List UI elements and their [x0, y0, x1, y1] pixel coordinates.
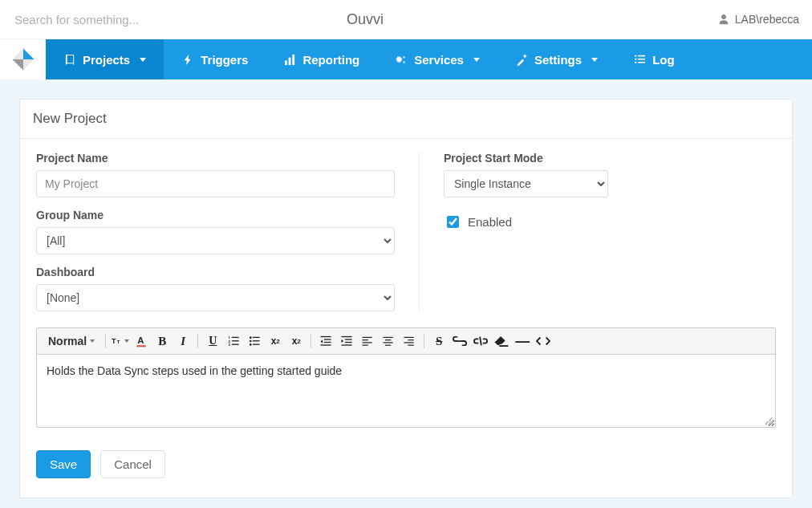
svg-rect-14 [638, 61, 645, 63]
chevron-down-icon [124, 339, 129, 343]
start-mode-select[interactable]: Single Instance [444, 170, 608, 197]
svg-rect-22 [232, 340, 239, 341]
svg-rect-55 [499, 345, 508, 347]
svg-rect-33 [324, 339, 331, 339]
align-left-button[interactable] [359, 332, 376, 350]
svg-rect-13 [635, 61, 636, 63]
chevron-down-icon [140, 58, 146, 62]
svg-text:T: T [117, 339, 120, 344]
project-name-input[interactable] [36, 170, 395, 197]
outdent-button[interactable] [317, 332, 335, 350]
svg-text:T: T [112, 337, 116, 345]
top-bar: Ouvvi LAB\rebecca [0, 0, 812, 39]
enabled-label: Enabled [468, 215, 512, 229]
svg-point-29 [250, 343, 252, 346]
svg-rect-43 [363, 342, 372, 343]
cogs-icon [395, 53, 408, 66]
bolt-icon [181, 53, 194, 66]
nav-label: Projects [83, 53, 130, 67]
link-button[interactable] [451, 332, 469, 350]
italic-button[interactable]: I [174, 332, 192, 350]
dashboard-label: Dashboard [36, 266, 395, 278]
new-project-card: New Project Project Name Group Name [All… [19, 99, 793, 498]
bold-button[interactable]: B [153, 332, 171, 350]
cancel-button[interactable]: Cancel [100, 450, 165, 478]
nav-projects[interactable]: Projects [46, 39, 164, 79]
enabled-checkbox-row[interactable]: Enabled [444, 213, 776, 230]
svg-rect-3 [285, 60, 287, 65]
unlink-button[interactable] [472, 332, 489, 350]
svg-text:3: 3 [228, 343, 230, 347]
svg-rect-40 [341, 344, 351, 345]
separator [197, 334, 198, 348]
font-color-button[interactable]: A [132, 332, 150, 350]
ordered-list-button[interactable]: 123 [225, 332, 242, 350]
chevron-down-icon [90, 339, 95, 343]
svg-point-27 [250, 340, 252, 343]
svg-rect-31 [320, 336, 331, 337]
group-name-select[interactable]: [All] [36, 227, 395, 254]
format-label: Normal [48, 335, 87, 347]
user-label: LAB\rebecca [735, 13, 799, 26]
subscript-button[interactable]: x2 [266, 332, 284, 350]
project-name-label: Project Name [36, 152, 395, 165]
nav-triggers[interactable]: Triggers [164, 39, 266, 79]
align-right-button[interactable] [400, 332, 418, 350]
description-editor: Normal TT A B I U 12 [36, 327, 776, 428]
svg-marker-2 [12, 59, 23, 71]
resize-handle[interactable] [765, 417, 773, 425]
editor-textarea[interactable]: Holds the Data Sync steps used in the ge… [37, 355, 775, 427]
code-button[interactable] [534, 332, 552, 350]
svg-rect-38 [345, 339, 352, 339]
svg-rect-4 [289, 57, 291, 64]
user-menu[interactable]: LAB\rebecca [717, 13, 799, 26]
indent-button[interactable] [338, 332, 355, 350]
editor-toolbar: Normal TT A B I U 12 [37, 328, 775, 355]
nav-bar: Projects Triggers Reporting Services Set… [0, 39, 812, 79]
strikethrough-button[interactable]: S [430, 332, 448, 350]
start-mode-label: Project Start Mode [444, 152, 776, 165]
separator [105, 334, 106, 348]
save-button[interactable]: Save [36, 450, 91, 478]
align-center-button[interactable] [380, 332, 397, 350]
svg-rect-45 [384, 336, 393, 337]
nav-services[interactable]: Services [377, 39, 497, 79]
page-title: New Project [20, 100, 792, 139]
format-dropdown[interactable]: Normal [43, 332, 99, 350]
app-title: Ouvvi [13, 11, 717, 28]
page-content: New Project Project Name Group Name [All… [0, 79, 812, 508]
svg-rect-9 [635, 55, 636, 56]
svg-rect-51 [404, 342, 414, 343]
svg-rect-50 [408, 339, 414, 340]
svg-marker-54 [495, 336, 505, 345]
nav-log[interactable]: Log [615, 39, 692, 79]
svg-rect-44 [363, 344, 368, 345]
nav-reporting[interactable]: Reporting [266, 39, 377, 79]
font-size-button[interactable]: TT [112, 332, 129, 350]
enabled-checkbox[interactable] [447, 216, 459, 228]
superscript-button[interactable]: x2 [287, 332, 305, 350]
bar-chart-icon [283, 53, 296, 66]
separator [424, 334, 424, 348]
nav-label: Services [414, 53, 464, 67]
svg-rect-28 [253, 340, 260, 341]
svg-rect-46 [385, 339, 391, 340]
clear-format-button[interactable] [493, 332, 510, 350]
nav-settings[interactable]: Settings [497, 39, 615, 79]
svg-rect-24 [232, 344, 239, 345]
svg-point-25 [250, 336, 252, 339]
editor-content: Holds the Data Sync steps used in the ge… [47, 364, 342, 377]
underline-button[interactable]: U [204, 332, 221, 350]
svg-rect-5 [292, 54, 294, 64]
dashboard-select[interactable]: [None] [36, 284, 395, 311]
horizontal-rule-button[interactable]: — [514, 332, 531, 350]
svg-point-7 [404, 56, 405, 58]
svg-rect-47 [384, 342, 393, 343]
svg-rect-20 [232, 337, 239, 338]
svg-marker-37 [341, 339, 343, 343]
logo[interactable] [0, 39, 46, 79]
svg-rect-26 [253, 337, 260, 338]
nav-label: Triggers [201, 53, 248, 67]
unordered-list-button[interactable] [246, 332, 263, 350]
svg-rect-11 [635, 58, 636, 59]
